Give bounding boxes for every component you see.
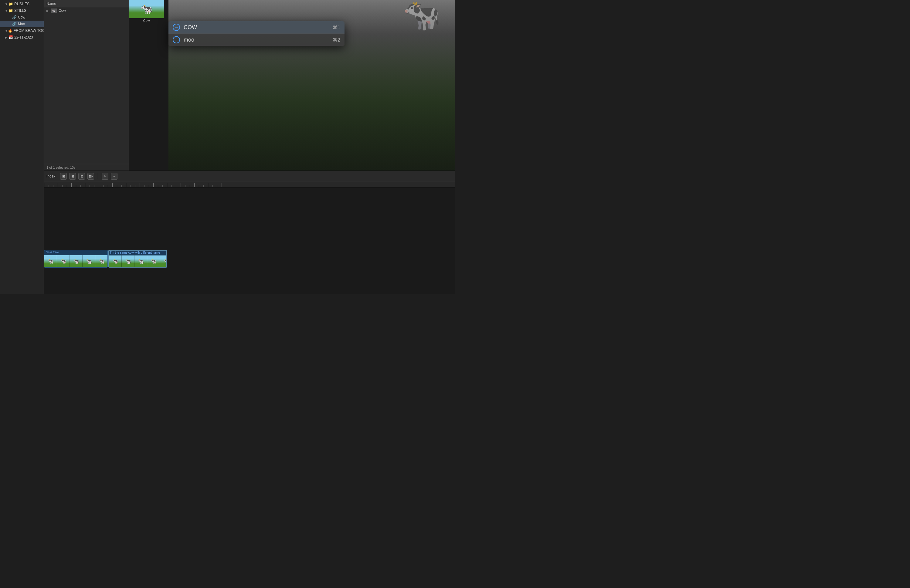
ruler-mark-5 [62, 185, 63, 187]
ruler-mark-7 [71, 183, 72, 187]
filmstrip-frame-4: 🐄 [82, 255, 95, 267]
toolbar-btn-2-icon: ⊟ [71, 174, 74, 178]
braw-arrow: ▼ [5, 29, 8, 32]
ruler-mark-19 [126, 183, 126, 187]
ruler-mark-8 [76, 185, 76, 187]
toolbar-btn-3-icon: ⊠ [81, 174, 83, 178]
ruler-mark-21 [135, 185, 136, 187]
clip-1-filmstrip: 🐄 🐄 🐄 🐄 🐄 [44, 255, 107, 267]
ruler-mark-39 [217, 185, 217, 187]
ruler-mark-20 [131, 185, 131, 187]
sidebar-item-braw[interactable]: ▼ 🔥 FROM BRAW TOOLBOX [0, 27, 44, 34]
ruler-mark-33 [190, 185, 190, 187]
stills-arrow: ▼ [5, 9, 8, 13]
cow-small-thumbnail: 🐄 [129, 0, 164, 18]
ruler-mark-38 [212, 185, 213, 187]
filmstrip-frame-7: 🐄 [122, 255, 134, 267]
rushes-icon: 📁 [8, 2, 13, 6]
sidebar-item-stills[interactable]: ▼ 📁 STILLS [0, 7, 44, 14]
cow-arrow-icon: → [173, 24, 180, 31]
braw-icon: 🔥 [8, 29, 13, 33]
filmstrip-frame-10: 🐄 [160, 255, 166, 267]
sidebar-item-moo-label: Moo [18, 22, 25, 26]
dropdown-moo-shortcut: ⌘2 [333, 37, 340, 43]
ruler-mark-1 [44, 183, 44, 187]
ruler-mark-26 [158, 185, 158, 187]
filmstrip-frame-2: 🐄 [57, 255, 70, 267]
ruler-mark-32 [185, 185, 186, 187]
filmstrip-frame-3: 🐄 [70, 255, 82, 267]
clip-im-a-cow[interactable]: I'm a Cow 🐄 🐄 🐄 🐄 🐄 [44, 250, 108, 268]
cow-thumbnail-icon: 🐄 [51, 8, 57, 13]
dropdown-item-moo[interactable]: → moo ⌘2 [168, 34, 344, 46]
toolbar-btn-4[interactable]: ⊡ ▾ [87, 173, 94, 179]
ruler-mark-37 [208, 183, 208, 187]
sidebar-item-cow[interactable]: 🔗 Cow [0, 14, 44, 21]
browser-header: Name [44, 0, 129, 7]
ruler-mark-13 [99, 183, 99, 187]
cursor-dropdown-chevron: ▾ [113, 174, 115, 178]
ruler-mark-24 [149, 185, 149, 187]
clip-1-header: I'm a Cow [44, 250, 107, 255]
sidebar-item-cow-label: Cow [18, 15, 25, 19]
toolbar-btn-2[interactable]: ⊟ [69, 173, 76, 179]
ruler-mark-3 [53, 185, 53, 187]
moo-link-icon: 🔗 [12, 22, 17, 26]
cow-arrow-symbol: → [174, 25, 178, 30]
sidebar: ▼ 📁 RUSHES ▼ 📁 STILLS 🔗 Cow 🔗 Moo ▼ 🔥 FR… [0, 0, 44, 294]
rushes-arrow: ▼ [5, 2, 8, 6]
ruler-mark-18 [121, 185, 122, 187]
cow-face-icon: 🐄 [141, 3, 153, 15]
browser-status: 1 of 1 selected, 10s [44, 164, 129, 171]
toolbar-btn-1-icon: ⊞ [62, 174, 65, 178]
ruler-mark-4 [58, 183, 58, 187]
toolbar-btn-3[interactable]: ⊠ [78, 173, 85, 179]
sidebar-item-moo[interactable]: 🔗 Moo [0, 21, 44, 27]
filmstrip-frame-5: 🐄 [95, 255, 107, 267]
ruler-mark-14 [103, 185, 103, 187]
filmstrip-frame-6: 🐄 [109, 255, 122, 267]
toolbar-btn-1[interactable]: ⊞ [60, 173, 67, 179]
dropdown-moo-label: moo [184, 37, 333, 43]
toolbar-btn-4-icon: ⊡ [89, 174, 92, 178]
ruler-mark-31 [181, 183, 181, 187]
ruler-mark-17 [117, 185, 117, 187]
timeline-tracks: I'm a Cow 🐄 🐄 🐄 🐄 🐄 I'm the same cow wit… [44, 187, 455, 294]
sidebar-item-braw-label: FROM BRAW TOOLBOX [14, 29, 44, 33]
ruler-mark-11 [89, 185, 90, 187]
sidebar-item-date-label: 22-11-2023 [14, 35, 33, 39]
dropdown-overlay: → COW ⌘1 → moo ⌘2 [168, 21, 344, 46]
app-layout: ▼ 📁 RUSHES ▼ 📁 STILLS 🔗 Cow 🔗 Moo ▼ 🔥 FR… [0, 0, 455, 294]
browser-header-label: Name [47, 2, 56, 6]
dropdown-chevron: ▾ [92, 175, 93, 178]
dropdown-item-cow[interactable]: → COW ⌘1 [168, 21, 344, 34]
timeline-ruler [44, 182, 455, 187]
filmstrip-frame-9: 🐄 [147, 255, 160, 267]
bottom-section: Index ⊞ ⊟ ⊠ ⊡ ▾ ↖ ▾ [44, 171, 455, 294]
ruler-mark-6 [67, 185, 67, 187]
dropdown-cow-shortcut: ⌘1 [333, 24, 340, 30]
ruler-mark-29 [171, 185, 172, 187]
cow-link-icon: 🔗 [12, 15, 17, 19]
ruler-mark-16 [112, 183, 113, 187]
ruler-mark-40 [221, 183, 222, 187]
date-arrow: ▶ [5, 36, 8, 39]
moo-arrow-symbol: → [174, 37, 178, 42]
top-section: Name ▶ 🐄 Cow 1 of 1 selected, 10s [44, 0, 455, 171]
browser-list-item-cow[interactable]: ▶ 🐄 Cow [44, 7, 129, 14]
sidebar-item-rushes[interactable]: ▼ 📁 RUSHES [0, 1, 44, 7]
ruler-mark-12 [94, 185, 94, 187]
browser-list: ▶ 🐄 Cow [44, 7, 129, 164]
ruler-mark-2 [48, 185, 49, 187]
sidebar-item-date[interactable]: ▶ 📅 22-11-2023 [0, 34, 44, 40]
cow-thumb-image: 🐄 [129, 0, 164, 18]
toolbar-cursor-btn[interactable]: ↖ [102, 173, 108, 179]
clip-same-cow[interactable]: I'm the same cow with different name 🐄 🐄… [108, 250, 167, 268]
browser-panel: Name ▶ 🐄 Cow 1 of 1 selected, 10s [44, 0, 129, 171]
ruler-mark-25 [153, 183, 154, 187]
browser-status-text: 1 of 1 selected, 10s [47, 166, 75, 169]
filmstrip-frame-8: 🐄 [134, 255, 147, 267]
timeline-index-label: Index [47, 174, 55, 178]
dropdown-cow-label: COW [184, 24, 333, 31]
toolbar-cursor-dropdown[interactable]: ▾ [111, 173, 118, 179]
